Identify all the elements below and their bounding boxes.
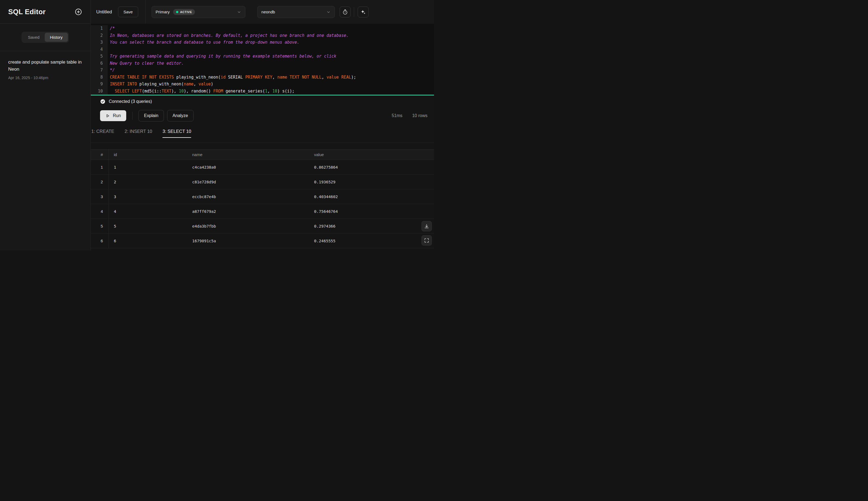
code-line[interactable]: 1/* bbox=[91, 25, 434, 32]
save-button[interactable]: Save bbox=[118, 7, 138, 17]
row-index-cell: 2 bbox=[91, 175, 109, 189]
table-row[interactable]: 22c81e728d9d0.1936529 bbox=[91, 175, 434, 189]
sidebar: SQL Editor Saved History create and popu… bbox=[0, 0, 91, 250]
line-number: 2 bbox=[91, 32, 108, 39]
play-icon bbox=[106, 114, 110, 118]
data-cell: c81e728d9d bbox=[187, 175, 309, 189]
code-line[interactable]: 6New Query to clear the editor. bbox=[91, 60, 434, 67]
table-row[interactable]: 44a87ff679a20.75646764 bbox=[91, 204, 434, 219]
code-line[interactable]: 8CREATE TABLE IF NOT EXISTS playing_with… bbox=[91, 74, 434, 81]
code-line[interactable]: 7*/ bbox=[91, 67, 434, 74]
row-index-cell: 3 bbox=[91, 189, 109, 204]
sql-code-editor[interactable]: 1/*2In Neon, databases are stored on bra… bbox=[91, 24, 434, 95]
branch-name: Primary bbox=[156, 10, 170, 14]
table-row[interactable]: 33eccbc87e4b0.40344602 bbox=[91, 189, 434, 204]
code-text: You can select the branch and database t… bbox=[108, 39, 299, 46]
table-row[interactable]: 55e4da3b7fbb0.2974366 bbox=[91, 219, 434, 234]
line-number: 3 bbox=[91, 39, 108, 46]
run-button-label: Run bbox=[113, 113, 121, 118]
connection-status: Connected (3 queries) bbox=[91, 96, 434, 107]
download-results-button[interactable] bbox=[421, 221, 432, 231]
line-number: 5 bbox=[91, 53, 108, 60]
code-line[interactable]: 9INSERT INTO playing_with_neon(name, val… bbox=[91, 81, 434, 88]
branch-status-badge: ACTIVE bbox=[173, 9, 195, 15]
download-icon bbox=[424, 223, 429, 229]
new-query-button[interactable] bbox=[73, 6, 84, 18]
query-name[interactable]: Untitled bbox=[96, 9, 112, 15]
results-floating-actions bbox=[421, 221, 432, 246]
code-line[interactable]: 5Try generating sample data and querying… bbox=[91, 53, 434, 60]
result-tab-select[interactable]: 3: SELECT 10 bbox=[163, 127, 191, 138]
table-row[interactable]: 661679091c5a0.2465555 bbox=[91, 234, 434, 248]
code-line[interactable]: 2In Neon, databases are stored on branch… bbox=[91, 32, 434, 39]
column-header-id: id bbox=[109, 150, 187, 160]
branch-status-label: ACTIVE bbox=[180, 10, 192, 14]
query-duration: 51ms bbox=[392, 113, 403, 118]
line-number: 7 bbox=[91, 67, 108, 74]
ai-assist-button[interactable] bbox=[358, 7, 369, 18]
code-text: SELECT LEFT(md5(i::TEXT), 10), random() … bbox=[108, 88, 294, 95]
line-number: 9 bbox=[91, 81, 108, 88]
chevron-down-icon bbox=[237, 10, 241, 14]
query-toolbar: Run Explain Analyze 51ms 10 rows bbox=[91, 107, 434, 124]
editor-topbar: Untitled Save Primary ACTIVE neondb bbox=[91, 0, 434, 24]
data-cell: 0.2974366 bbox=[309, 219, 434, 234]
sparkles-icon bbox=[360, 9, 366, 15]
results-body: 11c4ca4238a00.8627586422c81e728d9d0.1936… bbox=[91, 160, 434, 248]
history-item[interactable]: create and populate sample table in Neon… bbox=[0, 51, 90, 88]
run-button[interactable]: Run bbox=[100, 110, 126, 121]
data-cell: 0.75646764 bbox=[309, 204, 434, 219]
analyze-button[interactable]: Analyze bbox=[167, 110, 194, 121]
line-number: 10 bbox=[91, 88, 108, 95]
results-table: # id name value 11c4ca4238a00.8627586422… bbox=[91, 149, 434, 248]
data-cell: 4 bbox=[109, 204, 187, 219]
row-index-cell: 1 bbox=[91, 160, 109, 175]
code-line[interactable]: 3You can select the branch and database … bbox=[91, 39, 434, 46]
result-tab-insert[interactable]: 2: INSERT 10 bbox=[124, 127, 152, 138]
code-text: Try generating sample data and querying … bbox=[108, 53, 337, 60]
connection-status-label: Connected (3 queries) bbox=[109, 99, 152, 104]
fullscreen-icon bbox=[424, 238, 429, 243]
query-history-button[interactable] bbox=[340, 7, 351, 18]
code-text: New Query to clear the editor. bbox=[108, 60, 184, 67]
line-number: 1 bbox=[91, 25, 108, 32]
data-cell: 0.2465555 bbox=[309, 234, 434, 248]
branch-select[interactable]: Primary ACTIVE bbox=[152, 6, 245, 18]
data-cell: 0.40344602 bbox=[309, 189, 434, 204]
code-text: */ bbox=[108, 67, 115, 74]
code-text bbox=[108, 46, 110, 53]
explain-button[interactable]: Explain bbox=[139, 110, 164, 121]
data-cell: e4da3b7fbb bbox=[187, 219, 309, 234]
active-status-dot bbox=[176, 11, 178, 13]
saved-history-toggle: Saved History bbox=[22, 32, 69, 43]
code-text: In Neon, databases are stored on branche… bbox=[108, 32, 349, 39]
query-row-count: 10 rows bbox=[412, 113, 427, 118]
tab-history[interactable]: History bbox=[45, 33, 68, 42]
row-index-cell: 5 bbox=[91, 219, 109, 234]
data-cell: 0.86275864 bbox=[309, 160, 434, 175]
result-tab-create[interactable]: 1: CREATE bbox=[91, 127, 114, 138]
data-cell: 0.1936529 bbox=[309, 175, 434, 189]
history-item-title: create and populate sample table in Neon bbox=[8, 59, 82, 73]
check-circle-icon bbox=[100, 99, 106, 104]
query-metrics: 51ms 10 rows bbox=[392, 113, 427, 118]
data-cell: 1679091c5a bbox=[187, 234, 309, 248]
expand-results-button[interactable] bbox=[421, 235, 432, 246]
code-text: /* bbox=[108, 25, 115, 32]
database-select[interactable]: neondb bbox=[257, 6, 335, 18]
data-cell: eccbc87e4b bbox=[187, 189, 309, 204]
sidebar-tab-switcher: Saved History bbox=[0, 24, 90, 51]
main-panel: Untitled Save Primary ACTIVE neondb bbox=[91, 0, 434, 250]
history-list: create and populate sample table in Neon… bbox=[0, 51, 90, 88]
row-index-cell: 4 bbox=[91, 204, 109, 219]
code-text: CREATE TABLE IF NOT EXISTS playing_with_… bbox=[108, 74, 356, 81]
data-cell: 2 bbox=[109, 175, 187, 189]
code-text: INSERT INTO playing_with_neon(name, valu… bbox=[108, 81, 213, 88]
data-cell: 5 bbox=[109, 219, 187, 234]
table-header-row: # id name value bbox=[91, 150, 434, 160]
tab-saved[interactable]: Saved bbox=[23, 33, 45, 42]
code-line[interactable]: 4 bbox=[91, 46, 434, 53]
code-line[interactable]: 10 SELECT LEFT(md5(i::TEXT), 10), random… bbox=[91, 88, 434, 95]
table-row[interactable]: 11c4ca4238a00.86275864 bbox=[91, 160, 434, 175]
code-area: 1/*2In Neon, databases are stored on bra… bbox=[91, 25, 434, 95]
